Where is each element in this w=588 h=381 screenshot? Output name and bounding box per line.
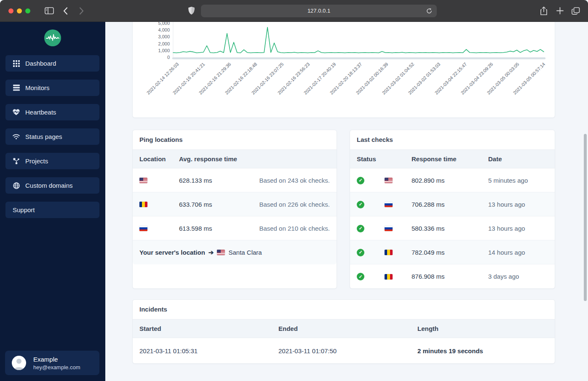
tab-overview-button[interactable]: [569, 5, 582, 17]
user-avatar: [12, 356, 26, 370]
browser-chrome: 127.0.0.1: [0, 0, 588, 22]
avg-response-value: 633.706 ms: [179, 201, 250, 208]
reload-icon: [426, 8, 432, 14]
status-up-icon: [357, 177, 364, 184]
checks-note: Based on 210 ok checks.: [250, 225, 330, 232]
column-header-response-time: Response time: [412, 155, 488, 163]
table-row: 2021-03-11 01:05:31 2021-03-11 01:07:50 …: [133, 338, 555, 363]
last-checks-card: Last checks Status Response time Date 80…: [350, 130, 555, 289]
column-header-avg-response: Avg. response time: [179, 155, 237, 163]
sidebar-item-dashboard[interactable]: Dashboard: [5, 55, 99, 72]
sidebar-toggle-button[interactable]: [43, 5, 56, 17]
sidebar-item-monitors[interactable]: Monitors: [5, 80, 99, 96]
globe-icon: [13, 182, 20, 189]
table-row: 633.706 ms Based on 226 ok checks.: [133, 192, 337, 216]
scrollbar-thumb[interactable]: [584, 134, 587, 301]
window-controls: [8, 8, 30, 13]
ping-locations-card: Ping locations Location Avg. response ti…: [132, 130, 337, 289]
status-up-icon: [357, 273, 364, 280]
chart-plot: [133, 22, 555, 118]
column-header-date: Date: [488, 155, 502, 163]
grid-icon: [13, 60, 20, 67]
sidebar-item-support[interactable]: Support: [5, 202, 99, 218]
check-date: 5 minutes ago: [488, 177, 548, 184]
check-date: 13 hours ago: [488, 225, 548, 232]
new-tab-button[interactable]: [553, 5, 566, 17]
user-name: Example: [33, 356, 80, 363]
column-header-length: Length: [417, 325, 438, 332]
forward-chevron-icon: [79, 7, 84, 15]
forward-button[interactable]: [75, 5, 88, 17]
main-content: 01,0002,0003,0004,0005,0002021-02-14 12:…: [105, 22, 588, 381]
share-icon: [540, 6, 548, 16]
wifi-icon: [13, 134, 20, 139]
sidebar-item-heartbeats[interactable]: Heartbeats: [5, 104, 99, 120]
status-up-icon: [357, 225, 364, 232]
card-title: Incidents: [139, 306, 167, 313]
plus-icon: [556, 7, 564, 14]
table-row: 706.288 ms 13 hours ago: [350, 192, 555, 216]
sidebar-item-label: Monitors: [25, 84, 50, 91]
app-logo-pulse-icon: [44, 29, 61, 46]
privacy-report-button[interactable]: [185, 5, 198, 17]
zoom-window-button[interactable]: [25, 8, 30, 13]
person-icon: [12, 356, 26, 370]
check-date: 14 hours ago: [488, 249, 548, 256]
romania-flag-icon: [385, 250, 393, 255]
sidebar-item-label: Status pages: [25, 133, 62, 140]
column-header-started: Started: [139, 325, 278, 332]
us-flag-icon: [385, 178, 393, 183]
response-time-chart-card: 01,0002,0003,0004,0005,0002021-02-14 12:…: [132, 22, 555, 118]
projects-icon: [13, 158, 20, 164]
column-header-status: Status: [357, 155, 385, 163]
sidebar-item-custom-domains[interactable]: Custom domains: [5, 177, 99, 194]
romania-flag-icon: [385, 274, 393, 280]
check-date: 3 days ago: [488, 273, 548, 280]
minimize-window-button[interactable]: [17, 8, 22, 13]
response-time-value: 782.049 ms: [412, 249, 488, 256]
incidents-card: Incidents Started Ended Length 2021-03-1…: [132, 299, 555, 364]
incident-length: 2 minutes 19 seconds: [417, 347, 548, 354]
column-header-spacer: [385, 155, 412, 163]
table-row: 580.336 ms 13 hours ago: [350, 216, 555, 240]
incident-ended: 2021-03-11 01:07:50: [278, 347, 417, 354]
response-time-chart: 01,0002,0003,0004,0005,0002021-02-14 12:…: [133, 22, 555, 117]
us-flag-icon: [217, 250, 225, 255]
table-row: 613.598 ms Based on 210 ok checks.: [133, 216, 337, 240]
reload-button[interactable]: [424, 6, 434, 16]
ping-locations-header: Location Avg. response time: [133, 150, 337, 168]
incident-started: 2021-03-11 01:05:31: [139, 347, 278, 354]
response-time-value: 802.890 ms: [412, 177, 488, 184]
russia-flag-icon: [385, 226, 393, 231]
server-city: Santa Clara: [228, 249, 262, 256]
column-header-ended: Ended: [278, 325, 417, 332]
check-date: 13 hours ago: [488, 201, 548, 208]
user-email: hey@example.com: [33, 364, 80, 370]
server-location-footer: Your server's location ➔ Santa Clara: [133, 240, 337, 264]
status-up-icon: [357, 249, 364, 256]
avg-response-value: 613.598 ms: [179, 225, 250, 232]
table-row: 802.890 ms 5 minutes ago: [350, 168, 555, 192]
url-text: 127.0.0.1: [307, 8, 330, 14]
status-up-icon: [357, 201, 364, 208]
back-chevron-icon: [63, 7, 68, 15]
incidents-header: Started Ended Length: [133, 320, 555, 338]
shield-icon: [188, 6, 195, 15]
back-button[interactable]: [59, 5, 72, 17]
response-time-value: 876.908 ms: [412, 273, 488, 280]
response-time-value: 580.336 ms: [412, 225, 488, 232]
table-row: 628.133 ms Based on 243 ok checks.: [133, 168, 337, 192]
us-flag-icon: [139, 178, 147, 183]
server-location-label: Your server's location: [139, 249, 205, 256]
user-menu[interactable]: Example hey@example.com: [5, 351, 99, 375]
response-time-value: 706.288 ms: [412, 201, 488, 208]
address-bar[interactable]: 127.0.0.1: [201, 5, 437, 17]
sidebar-item-projects[interactable]: Projects: [5, 153, 99, 169]
arrow-right-icon: ➔: [208, 249, 214, 256]
monitors-icon: [13, 85, 20, 91]
share-button[interactable]: [537, 5, 550, 17]
card-title: Last checks: [357, 136, 393, 143]
russia-flag-icon: [385, 202, 393, 207]
sidebar-item-status-pages[interactable]: Status pages: [5, 128, 99, 145]
close-window-button[interactable]: [8, 8, 13, 13]
